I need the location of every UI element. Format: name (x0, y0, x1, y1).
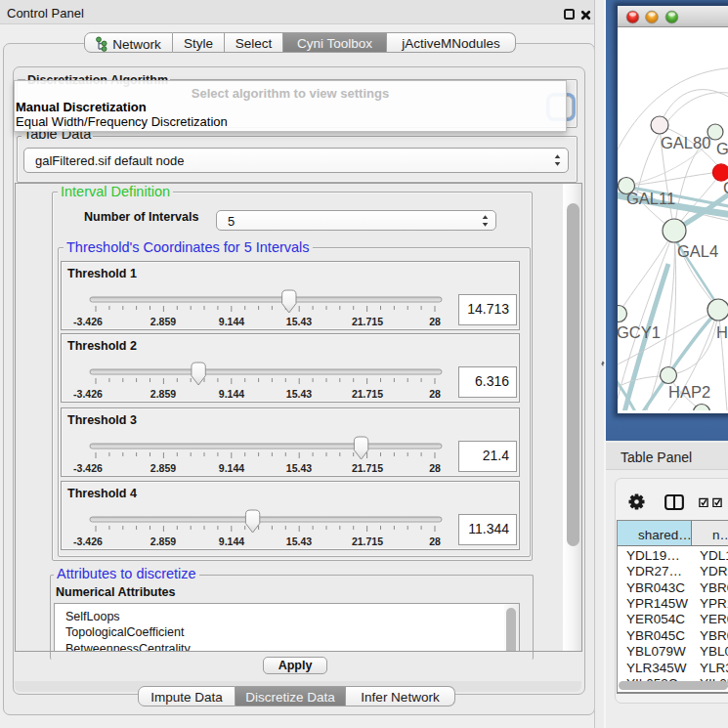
svg-text:H: H (716, 323, 728, 341)
svg-text:GCY1: GCY1 (618, 323, 661, 341)
svg-text:GAL11: GAL11 (626, 190, 675, 207)
svg-text:C: C (723, 179, 728, 196)
svg-text:GAL4: GAL4 (677, 242, 718, 260)
svg-text:HAP2: HAP2 (668, 383, 710, 401)
svg-text:GAL80: GAL80 (661, 134, 710, 151)
svg-text:GA: GA (716, 140, 728, 157)
